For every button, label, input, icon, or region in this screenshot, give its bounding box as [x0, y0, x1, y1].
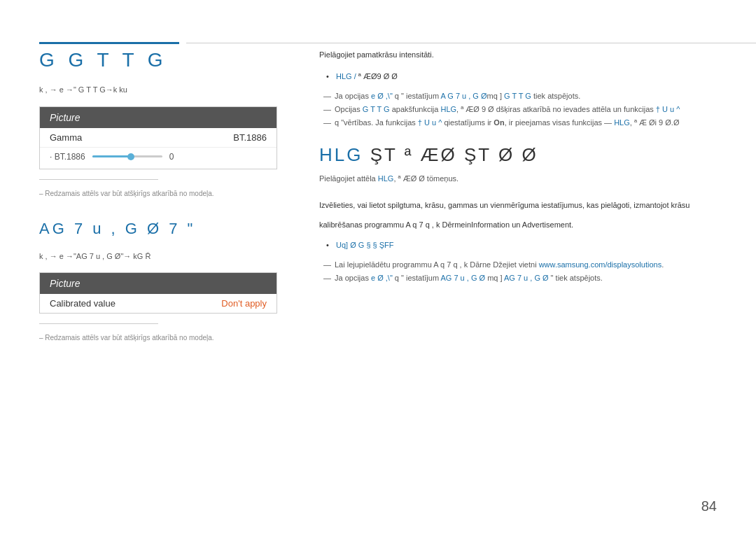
nav-text: k , → e →" G T T G→k ku — [39, 85, 127, 94]
picture-box-1: Picture Gamma BT.1886 · BT.1886 0 — [39, 106, 277, 169]
top-line-blue — [39, 42, 179, 44]
calibration-section: Izvēlieties, vai lietot spilgtuma, krāsu… — [319, 199, 717, 284]
intro-text: Pielāgojiet pamatkrāsu intensitāti. — [319, 50, 434, 59]
gamma-value: BT.1886 — [233, 132, 267, 143]
picture-box-1-header: Picture — [40, 107, 276, 128]
dont-apply-value: Don't apply — [221, 298, 267, 309]
gamma-label: Gamma — [50, 132, 82, 143]
hlg-description: Pielāgojiet attēla HLG, ª ÆØ Ø tömeņus. — [319, 174, 717, 183]
ag7-ref: A G 7 u , G Ø — [441, 92, 487, 100]
ae-ref: ª Æ Øi 9 Ø.Ø — [634, 118, 680, 127]
page-number: 84 — [701, 498, 717, 514]
dash-item-4: Lai lejupielādētu programmu A q 7 q , k … — [323, 258, 717, 272]
nav-text-2: k , → e →"AG 7 u , G Ø"→ kG Ř — [39, 252, 150, 260]
dash-item-3: q "vērtības. Ja funkcijas † U u ^ qiesta… — [323, 116, 717, 129]
hlg-desc-blue: HLG — [378, 174, 394, 183]
top-divider — [0, 42, 756, 45]
hlg-label: HLG / — [336, 72, 358, 80]
picture-note-2: – Redzamais attēls var būt atšķirīgs atk… — [39, 332, 277, 343]
opcijas-e: e Ø ,\" — [371, 92, 395, 100]
hlg-heading-blue: HLG — [319, 144, 363, 165]
e-ref: e Ø ,\" — [371, 274, 395, 282]
slider-thumb — [127, 153, 134, 160]
bullet-text-1: ª ÆØ9 Ø Ø — [358, 72, 398, 80]
dash-list-1: Ja opcijas e Ø ,\" q " iestatījum A G 7 … — [323, 90, 717, 129]
right-intro: Pielāgojiet pamatkrāsu intensitāti. — [319, 49, 717, 62]
dash-item-5: Ja opcijas e Ø ,\" q " iestatījum AG 7 u… — [323, 272, 717, 285]
ag7-ref3: AG 7 u , G Ø — [504, 274, 549, 282]
tuu-ref: † U u ^ — [656, 105, 680, 113]
ae9-ref: ª ÆØ 9 Ø — [461, 105, 496, 113]
bullet-item-2: Uq] Ø G § § ŞFF — [326, 239, 717, 252]
calibration-intro: Izvēlieties, vai lietot spilgtuma, krāsu… — [319, 199, 717, 212]
gttg-ref2: G T T G — [363, 105, 390, 113]
uq-text: Uq] Ø G § § ŞFF — [336, 241, 394, 249]
content-area: G G T T G k , → e →" G T T G→k ku Pictur… — [0, 0, 756, 534]
hlg-heading-rest: ŞT ª ÆØ ŞT Ø Ø — [370, 144, 538, 165]
calibrated-label: Calibrated value — [50, 298, 115, 309]
gamma-row: Gamma BT.1886 — [40, 128, 276, 148]
section1-nav: k , → e →" G T T G→k ku — [39, 84, 277, 97]
divider1 — [39, 179, 158, 180]
picture-box-2: Picture Calibrated value Don't apply — [39, 272, 277, 314]
picture-note-1: – Redzamais attēls var būt atšķirīgs atk… — [39, 188, 277, 199]
hlg-ref2: HLG — [614, 118, 630, 127]
ag7-ref2: AG 7 u , G Ø — [441, 274, 486, 282]
calibrated-row: Calibrated value Don't apply — [40, 294, 276, 313]
dash-item-2: Opcijas G T T G apakšfunkcija HLG, ª ÆØ … — [323, 103, 717, 116]
bt-row: · BT.1886 0 — [40, 148, 276, 169]
slider-fill — [92, 155, 131, 157]
tuu-ref2: † U u ^ — [418, 118, 442, 127]
calibration-intro2: kalibrēšanas programmu A q 7 q , k Dērme… — [319, 219, 717, 232]
bullet-list-1: HLG / ª ÆØ9 Ø Ø — [326, 70, 717, 83]
picture-box-2-header: Picture — [40, 273, 276, 294]
samsung-url: www.samsung.com/displaysolutions — [539, 260, 662, 269]
top-line-gray — [186, 43, 756, 43]
q-text: q — [395, 92, 401, 100]
bullet-list-2: Uq] Ø G § § ŞFF — [326, 239, 717, 252]
dash-list-2: Lai lejupielādētu programmu A q 7 q , k … — [323, 258, 717, 284]
page: G G T T G k , → e →" G T T G→k ku Pictur… — [0, 0, 756, 534]
section2-title: AG 7 u , G Ø 7 " — [39, 220, 277, 238]
bullet-item-1: HLG / ª ÆØ9 Ø Ø — [326, 70, 717, 83]
section2-nav: k , → e →"AG 7 u , G Ø"→ kG Ř — [39, 251, 277, 263]
bt-value: 0 — [169, 152, 174, 162]
divider2 — [39, 323, 158, 324]
hlg-ref: HLG — [440, 105, 456, 113]
hlg-section-heading: HLG ŞT ª ÆØ ŞT Ø Ø — [319, 144, 717, 166]
left-column: G G T T G k , → e →" G T T G→k ku Pictur… — [39, 49, 298, 506]
dash-item-1: Ja opcijas e Ø ,\" q " iestatījum A G 7 … — [323, 90, 717, 103]
bt-label: · BT.1886 — [50, 152, 85, 162]
right-column: Pielāgojiet pamatkrāsu intensitāti. HLG … — [298, 49, 717, 506]
gttg-ref: G T T G — [504, 92, 533, 100]
section1-title: G G T T G — [39, 49, 277, 71]
slider-track[interactable] — [92, 155, 162, 157]
